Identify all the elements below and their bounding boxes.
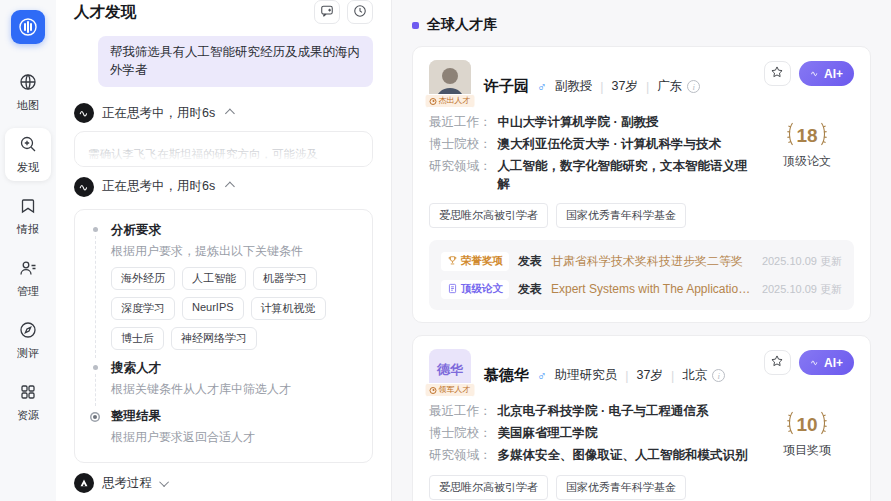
update-date: 2025.10.09 更新 <box>762 254 842 269</box>
talent-card[interactable]: AI+ 杰出人才 许子园 ♂ 副教授| <box>412 46 871 323</box>
trophy-icon <box>447 255 458 268</box>
research-value: 多媒体安全、图像取证、人工智能和模式识别 <box>498 447 748 465</box>
keyword-tag: 博士后 <box>111 327 164 350</box>
search-plus-icon <box>19 135 37 157</box>
stat-label: 项目奖项 <box>762 442 852 459</box>
app-logo-icon <box>11 10 45 44</box>
keyword-tag: 深度学习 <box>111 297 175 320</box>
honor-tags: 爱思唯尔高被引学者 国家优秀青年科学基金 <box>429 475 854 500</box>
ai-plus-label: AI+ <box>824 67 843 81</box>
info-icon[interactable]: i <box>687 80 700 93</box>
favorite-button[interactable] <box>764 350 791 375</box>
ai-plus-button[interactable]: AI+ <box>799 61 854 86</box>
male-icon: ♂ <box>537 368 547 383</box>
honor-tag: 爱思唯尔高被引学者 <box>429 475 548 500</box>
grid-icon <box>19 383 37 405</box>
star-icon <box>770 65 784 82</box>
research-value: 人工智能，数字化智能研究，文本智能语义理解 <box>498 158 755 193</box>
sidebar-item-label: 管理 <box>17 284 39 299</box>
recent-work-value: 中山大学计算机学院 · 副教授 <box>498 114 659 132</box>
medal-icon <box>430 98 437 105</box>
recent-work-label: 最近工作： <box>429 403 492 421</box>
agent-avatar <box>74 473 94 493</box>
phd-school-label: 博士院校： <box>429 136 492 154</box>
recent-work-row: 最近工作： 中山大学计算机学院 · 副教授 <box>429 114 754 132</box>
keyword-tag: 神经网络学习 <box>171 327 257 350</box>
app-root: 地图 发现 情报 管理 测评 资源 人才发现 <box>0 0 891 501</box>
update-row: 荣誉奖项 发表 甘肃省科学技术奖科技进步奖二等奖 2025.10.09 更新 <box>441 247 842 275</box>
chevron-up-icon <box>225 182 235 192</box>
step-search: 搜索人才 根据关键条件从人才库中筛选人才 <box>89 360 358 408</box>
square-bullet-icon <box>412 22 419 29</box>
update-action: 发表 <box>518 281 542 298</box>
thinking-status-text: 正在思考中，用时6s <box>102 105 215 122</box>
sidebar-item-intel[interactable]: 情报 <box>5 190 51 243</box>
recent-work-value: 北京电子科技学院 · 电子与工程通信系 <box>498 403 709 421</box>
sidebar-item-discover[interactable]: 发现 <box>5 128 51 181</box>
thinking-status-1[interactable]: 正在思考中，用时6s <box>74 103 373 123</box>
step-dot <box>93 227 98 232</box>
update-action: 发表 <box>518 253 542 270</box>
research-row: 研究领域： 多媒体安全、图像取证、人工智能和模式识别 <box>429 447 754 465</box>
sidebar-item-manage[interactable]: 管理 <box>5 252 51 305</box>
update-badge-label: 顶级论文 <box>461 282 503 296</box>
document-icon <box>447 283 458 296</box>
research-label: 研究领域： <box>429 447 492 465</box>
favorite-button[interactable] <box>764 61 791 86</box>
recent-work-row: 最近工作： 北京电子科技学院 · 电子与工程通信系 <box>429 403 754 421</box>
honor-award-badge: 荣誉奖项 <box>441 252 509 271</box>
update-link[interactable]: 甘肃省科学技术奖科技进步奖二等奖 <box>551 253 743 270</box>
sidebar-item-label: 测评 <box>17 346 39 361</box>
step-organize: 整理结果 根据用户要求返回合适人才 <box>89 408 358 456</box>
steps-box: 分析要求 根据用户要求，提炼出以下关键条件 海外经历 人工智能 机器学习 深度学… <box>74 209 373 463</box>
laurel-right-icon <box>820 122 828 150</box>
keyword-tag: 计算机视觉 <box>251 297 326 320</box>
new-chat-button[interactable] <box>314 0 340 24</box>
thought-paragraph: 需确认李飞飞在斯坦福的研究方向，可能涉及 CVPR/TPAMI 论文，需搜索项目… <box>88 146 359 167</box>
stat-value: 10 <box>796 414 817 436</box>
talent-level-label: 杰出人才 <box>439 97 471 105</box>
sidebar-item-resources[interactable]: 资源 <box>5 376 51 429</box>
thinking-status-2[interactable]: 正在思考中，用时6s <box>74 177 373 197</box>
sidebar-item-assess[interactable]: 测评 <box>5 314 51 367</box>
ai-wave-icon <box>810 67 820 81</box>
recent-work-label: 最近工作： <box>429 114 492 132</box>
step-desc: 根据用户要求返回合适人才 <box>111 429 358 446</box>
thinking-status-text: 正在思考中，用时6s <box>102 178 215 195</box>
star-icon <box>770 354 784 371</box>
person-location: 北京 <box>682 367 707 384</box>
sidebar-item-label: 情报 <box>17 222 39 237</box>
thought-process-toggle[interactable]: 思考过程 <box>74 473 373 493</box>
globe-icon <box>19 73 37 95</box>
talent-pool-title: 全球人才库 <box>427 16 497 34</box>
phd-school-row: 博士院校： 美国麻省理工学院 <box>429 425 754 443</box>
sidebar-item-map[interactable]: 地图 <box>5 66 51 119</box>
ai-plus-button[interactable]: AI+ <box>799 350 854 375</box>
keyword-tag: 海外经历 <box>111 267 175 290</box>
talent-card[interactable]: AI+ 德华 领军人才 慕德华 ♂ 助理研究员| 37岁| <box>412 335 871 501</box>
person-meta: 助理研究员| 37岁| 北京 i <box>555 367 725 384</box>
step-title: 分析要求 <box>111 222 358 239</box>
talent-panel: 全球人才库 AI+ 杰出人才 <box>392 0 891 501</box>
stat-label: 顶级论文 <box>762 153 852 170</box>
update-link[interactable]: Expert Systems with The Applications new… <box>551 281 753 298</box>
info-icon[interactable]: i <box>712 369 725 382</box>
keyword-tag: NeurIPS <box>182 297 244 320</box>
stat-value: 18 <box>796 125 817 147</box>
person-name: 许子园 <box>484 77 529 96</box>
update-badge-label: 荣誉奖项 <box>461 254 503 268</box>
talent-level-label: 领军人才 <box>439 386 471 394</box>
research-label: 研究领域： <box>429 158 492 193</box>
sidebar-item-label: 发现 <box>17 160 39 175</box>
person-title: 副教授 <box>555 78 593 95</box>
stat-block: 10 项目奖项 <box>762 411 852 459</box>
person-meta: 副教授| 37岁| 广东 i <box>555 78 700 95</box>
laurel-left-icon <box>786 411 794 439</box>
history-button[interactable] <box>347 0 373 24</box>
chat-plus-icon <box>320 4 334 21</box>
person-location: 广东 <box>657 78 682 95</box>
bookmark-icon <box>19 197 37 219</box>
page-title: 人才发现 <box>74 2 136 23</box>
user-message: 帮我筛选具有人工智能研究经历及成果的海内外学者 <box>98 36 373 87</box>
phd-school-label: 博士院校： <box>429 425 492 443</box>
